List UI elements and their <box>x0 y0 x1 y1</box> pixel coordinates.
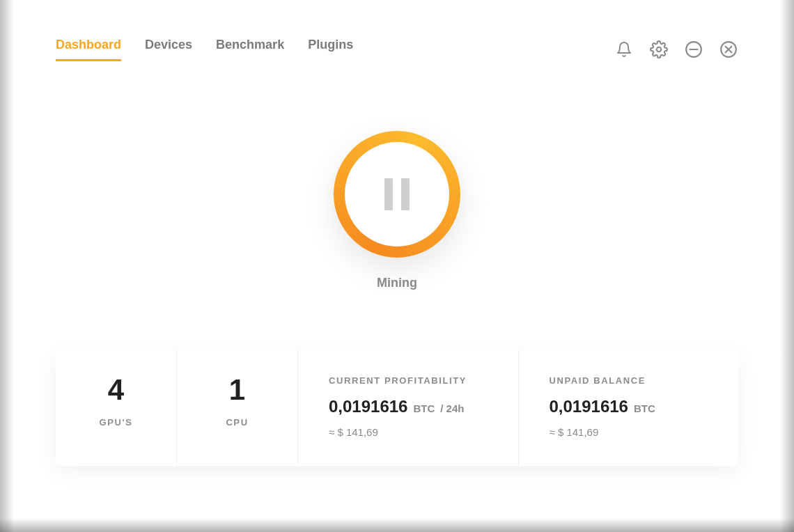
stat-value: 1 <box>208 375 267 405</box>
tab-dashboard[interactable]: Dashboard <box>56 38 121 61</box>
nav-tabs: Dashboard Devices Benchmark Plugins <box>56 38 353 61</box>
top-bar: Dashboard Devices Benchmark Plugins <box>56 38 738 61</box>
mining-toggle-button[interactable] <box>334 131 460 258</box>
stat-label: GPU'S <box>86 417 146 428</box>
stat-value-line: 0,0191616 BTC / 24h <box>329 397 488 416</box>
tab-plugins[interactable]: Plugins <box>308 38 353 61</box>
stat-gpus: 4 GPU'S <box>56 350 177 466</box>
stat-approx: ≈ $ 141,69 <box>329 426 488 438</box>
stat-value: 0,0191616 <box>550 397 628 416</box>
gear-icon[interactable] <box>649 40 669 59</box>
app-window: Dashboard Devices Benchmark Plugins <box>13 0 781 532</box>
stat-section-label: UNPAID BALANCE <box>550 375 708 386</box>
stat-unit: BTC <box>634 402 655 414</box>
minimize-icon[interactable] <box>684 40 703 59</box>
stats-panel: 4 GPU'S 1 CPU CURRENT PROFITABILITY 0,01… <box>56 350 738 466</box>
close-icon[interactable] <box>719 40 738 59</box>
tab-devices[interactable]: Devices <box>145 38 192 61</box>
stat-approx: ≈ $ 141,69 <box>550 426 708 438</box>
stat-value-line: 0,0191616 BTC <box>550 397 708 416</box>
svg-point-0 <box>657 47 662 52</box>
tab-label: Plugins <box>308 38 353 52</box>
stat-balance: UNPAID BALANCE 0,0191616 BTC ≈ $ 141,69 <box>519 350 739 466</box>
stat-value: 0,0191616 <box>329 397 407 416</box>
stat-label: CPU <box>208 417 267 428</box>
tab-label: Benchmark <box>216 38 284 52</box>
stat-per: / 24h <box>440 402 464 414</box>
bell-icon[interactable] <box>614 40 634 59</box>
tab-label: Devices <box>145 38 192 52</box>
tab-benchmark[interactable]: Benchmark <box>216 38 284 61</box>
window-controls <box>614 40 738 59</box>
pause-icon <box>384 178 410 210</box>
mining-status-area: Mining <box>56 131 738 290</box>
stat-profitability: CURRENT PROFITABILITY 0,0191616 BTC / 24… <box>298 350 519 466</box>
stat-value: 4 <box>86 375 146 405</box>
stat-unit: BTC <box>413 402 435 414</box>
mining-status-label: Mining <box>377 276 417 290</box>
stat-section-label: CURRENT PROFITABILITY <box>329 375 488 386</box>
stat-cpu: 1 CPU <box>177 350 298 466</box>
tab-label: Dashboard <box>56 38 121 52</box>
